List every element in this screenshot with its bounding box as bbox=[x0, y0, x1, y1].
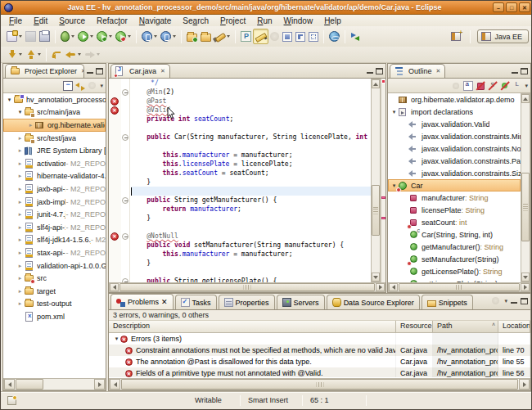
open-folder-button[interactable] bbox=[199, 29, 213, 44]
team-synchronize-button[interactable] bbox=[349, 29, 363, 44]
collapse-all-icon[interactable] bbox=[63, 81, 73, 91]
open-task-button[interactable] bbox=[185, 29, 199, 44]
expander-closed-icon[interactable] bbox=[16, 224, 24, 231]
fold-collapse-icon[interactable] bbox=[122, 197, 128, 204]
dropdown-arrow-icon[interactable] bbox=[90, 35, 93, 38]
expander-open-icon[interactable] bbox=[6, 97, 13, 103]
outline-item-javax-validation-constraints-s[interactable]: javax.validation.constraints.Size bbox=[388, 167, 521, 179]
project-item-src-main-java[interactable]: src/main/java bbox=[3, 106, 106, 119]
scroll-thumb[interactable] bbox=[119, 283, 375, 291]
overview-ruler[interactable] bbox=[381, 79, 385, 282]
expander-closed-icon[interactable] bbox=[16, 147, 24, 154]
menu-window[interactable]: Window bbox=[278, 15, 319, 26]
code-line[interactable]: this.manufacturer = manufacturer; bbox=[131, 151, 371, 160]
expander-closed-icon[interactable] bbox=[16, 199, 24, 205]
code-line[interactable]: this.licensePlate = licencePlate; bbox=[131, 160, 371, 169]
highlighter-button[interactable] bbox=[253, 29, 268, 44]
menu-navigate[interactable]: Navigate bbox=[133, 15, 177, 26]
editor-toggle-3-button[interactable] bbox=[307, 29, 320, 44]
tab-project-explorer[interactable]: Project Explorer ✕ bbox=[5, 64, 84, 78]
dropdown-arrow-icon[interactable] bbox=[38, 53, 41, 56]
title-bar[interactable]: Java EE - hv_annotation_processor_demo/s… bbox=[1, 1, 532, 15]
dropdown-arrow-icon[interactable] bbox=[19, 53, 22, 56]
outline-hscrollbar[interactable] bbox=[388, 282, 530, 292]
project-item-test-output[interactable]: test-output bbox=[3, 298, 106, 311]
restore-button[interactable]: □ bbox=[506, 2, 517, 12]
dropdown-arrow-icon[interactable] bbox=[154, 35, 157, 38]
scroll-right-icon[interactable] bbox=[94, 379, 105, 390]
link-with-editor-icon[interactable] bbox=[75, 81, 85, 91]
error-marker-icon[interactable] bbox=[110, 232, 119, 241]
perspective-java-ee-button[interactable]: Java EE bbox=[477, 29, 529, 43]
code-line[interactable] bbox=[131, 223, 371, 232]
dropdown-arrow-icon[interactable] bbox=[97, 53, 100, 56]
code-line[interactable]: @NotNull bbox=[131, 232, 371, 241]
error-marker-icon[interactable] bbox=[110, 106, 119, 115]
project-item-hv-annotation-processor-demo[interactable]: hv_annotation_processor_demo bbox=[3, 93, 106, 106]
outline-item-javax-validation-valid[interactable]: javax.validation.Valid bbox=[388, 118, 521, 130]
fold-collapse-icon[interactable] bbox=[122, 233, 128, 240]
scroll-left-icon[interactable] bbox=[389, 283, 398, 291]
project-item-validation-api-1-0-0-ga-jar[interactable]: validation-api-1.0.0.GA.jar bbox=[3, 259, 106, 273]
dropdown-arrow-icon[interactable] bbox=[78, 53, 81, 56]
scroll-down-icon[interactable] bbox=[521, 273, 530, 282]
hide-static-members-icon[interactable] bbox=[488, 81, 498, 91]
problem-row[interactable]: The annotation @Past is disallowed for t… bbox=[109, 356, 530, 367]
maximize-view-icon[interactable] bbox=[96, 68, 103, 74]
expander-closed-icon[interactable] bbox=[16, 211, 24, 218]
code-editor[interactable]: */ @Min(2) @Past @Valid private int seat… bbox=[109, 79, 385, 282]
outline-item-getmanufacturer[interactable]: getManufacturer() : String bbox=[388, 241, 521, 253]
project-item-jaxb-api-2-1-jar[interactable]: jaxb-api-2.1.jar - M2_REPO bbox=[3, 182, 106, 196]
problems-group-row[interactable]: Errors (3 items) bbox=[109, 333, 530, 345]
tab-servers[interactable]: Servers bbox=[277, 295, 325, 309]
code-line[interactable] bbox=[131, 187, 371, 196]
project-item-slf4j-jdk14-1-5-6-jar[interactable]: slf4j-jdk14-1.5.6.jar - M2 bbox=[3, 234, 106, 247]
error-mark[interactable] bbox=[381, 217, 385, 219]
print-button[interactable] bbox=[38, 29, 52, 44]
close-icon[interactable]: ✕ bbox=[81, 68, 84, 74]
outline-vscrollbar[interactable] bbox=[521, 93, 530, 282]
open-perspective-button[interactable] bbox=[449, 29, 463, 43]
editor-toggle-1-button[interactable] bbox=[281, 29, 294, 44]
outline-item-car-string-string-int[interactable]: cCar(String, String, int) bbox=[388, 228, 521, 241]
expander-closed-icon[interactable] bbox=[16, 186, 24, 192]
tab-snippets[interactable]: Snippets bbox=[422, 295, 473, 309]
fold-collapse-icon[interactable] bbox=[122, 89, 128, 96]
expander-open-icon[interactable] bbox=[16, 109, 24, 115]
expander-closed-icon[interactable] bbox=[16, 263, 24, 269]
outline-item-car[interactable]: Car bbox=[388, 179, 521, 191]
expander-closed-icon[interactable] bbox=[16, 160, 24, 167]
problem-row[interactable]: Constraint annotations must not be speci… bbox=[109, 345, 530, 356]
fold-collapse-icon[interactable] bbox=[122, 134, 128, 141]
overview-error-indicator[interactable] bbox=[381, 79, 385, 83]
view-menu-icon[interactable]: ▾ bbox=[100, 83, 103, 89]
menu-help[interactable]: Help bbox=[318, 15, 347, 26]
expander-open-icon[interactable] bbox=[113, 336, 120, 342]
code-line[interactable] bbox=[131, 268, 371, 277]
scroll-thumb[interactable] bbox=[121, 379, 518, 390]
project-item-src-test-java[interactable]: src/test/java bbox=[3, 132, 106, 145]
tab-problems[interactable]: Problems✕ bbox=[110, 294, 174, 309]
dropdown-arrow-icon[interactable] bbox=[173, 35, 176, 38]
hide-fields-icon[interactable] bbox=[476, 81, 485, 91]
code-line[interactable]: return manufacturer; bbox=[131, 205, 371, 214]
outline-item-setmanufacturer-string[interactable]: setManufacturer(String) bbox=[388, 253, 521, 265]
project-item-org-hibernate-validator-ap-dem[interactable]: org.hibernate.validator.ap.demo bbox=[3, 119, 106, 132]
scroll-left-icon[interactable] bbox=[110, 283, 119, 291]
fast-view-icon[interactable] bbox=[7, 396, 16, 405]
problems-hscrollbar[interactable] bbox=[109, 378, 530, 390]
dropdown-arrow-icon[interactable] bbox=[109, 35, 112, 38]
minimize-button[interactable]: – bbox=[493, 2, 504, 12]
menu-search[interactable]: Search bbox=[177, 15, 214, 26]
expander-closed-icon[interactable] bbox=[27, 122, 34, 128]
mark-occurrences-button[interactable] bbox=[239, 29, 253, 44]
menu-file[interactable]: File bbox=[3, 15, 28, 26]
minimize-view-icon[interactable] bbox=[511, 299, 517, 304]
expander-closed-icon[interactable] bbox=[16, 275, 24, 282]
code-line[interactable]: @Past bbox=[131, 97, 371, 106]
code-line[interactable]: public void setManufacturer(String manuf… bbox=[131, 241, 371, 250]
code-line[interactable] bbox=[131, 124, 371, 133]
code-line[interactable]: public String getLicensePlate() { bbox=[131, 277, 371, 282]
tab-data-source-explorer[interactable]: Data Source Explorer bbox=[327, 295, 420, 309]
outline-item-licenseplate[interactable]: licensePlate : String bbox=[388, 204, 521, 216]
